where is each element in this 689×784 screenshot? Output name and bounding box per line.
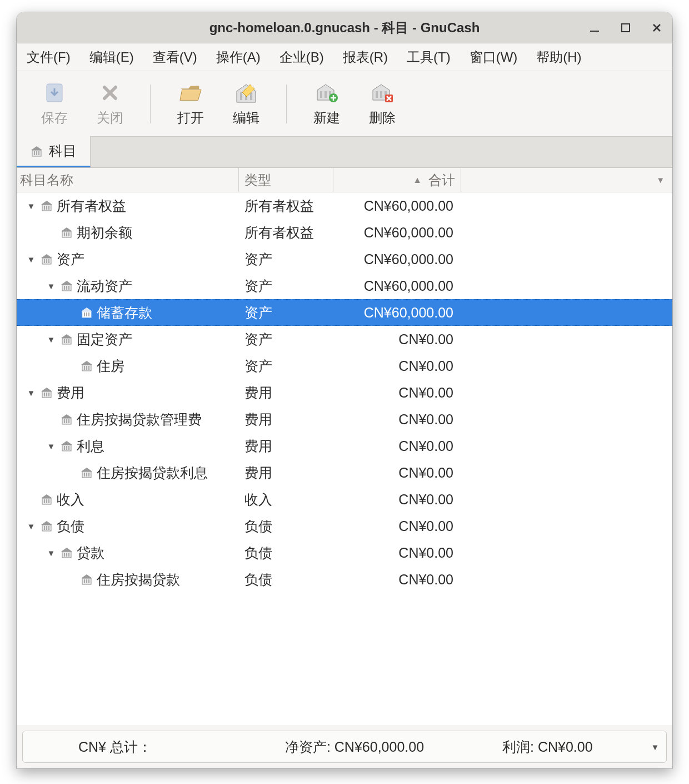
toolbar-separator	[150, 85, 151, 123]
svg-rect-6	[320, 91, 322, 98]
account-name: 住房按揭贷款	[97, 570, 180, 589]
minimize-button[interactable]	[587, 20, 602, 36]
account-name: 负债	[57, 517, 84, 535]
svg-rect-21	[48, 206, 49, 210]
menu-view[interactable]: 查看(V)	[147, 45, 203, 70]
svg-rect-69	[48, 526, 49, 530]
accounts-tree[interactable]: ▼所有者权益所有者权益CN¥60,000.00期初余额所有者权益CN¥60,00…	[17, 192, 672, 725]
svg-rect-35	[84, 312, 85, 316]
menu-edit[interactable]: 编辑(E)	[84, 45, 139, 70]
column-header-options[interactable]: ▼	[461, 168, 672, 192]
titlebar: gnc-homeloan.0.gnucash - 科目 - GnuCash	[17, 12, 672, 43]
delete-label: 删除	[369, 109, 396, 127]
menu-business[interactable]: 企业(B)	[274, 45, 329, 70]
menu-file[interactable]: 文件(F)	[21, 45, 76, 70]
account-name: 固定资产	[77, 330, 132, 349]
tree-expander-icon[interactable]: ▼	[26, 388, 37, 398]
menu-tools[interactable]: 工具(T)	[401, 45, 456, 70]
menu-window[interactable]: 窗口(W)	[464, 45, 523, 70]
account-total: CN¥60,000.00	[333, 225, 461, 241]
account-row[interactable]: ▼固定资产资产CN¥0.00	[17, 326, 672, 353]
svg-rect-37	[88, 312, 89, 316]
account-type: 资产	[239, 304, 333, 322]
svg-rect-3	[240, 92, 242, 100]
svg-rect-67	[44, 526, 45, 530]
close-label: 关闭	[97, 109, 123, 127]
account-total: CN¥0.00	[333, 545, 461, 561]
svg-rect-1	[622, 24, 630, 32]
open-label: 打开	[177, 109, 204, 127]
statusbar[interactable]: CN¥ 总计： 净资产: CN¥60,000.00 利润: CN¥0.00 ▼	[22, 731, 667, 763]
svg-rect-47	[44, 393, 45, 396]
tree-expander-icon[interactable]: ▼	[26, 201, 37, 211]
edit-button[interactable]: 编辑	[218, 81, 274, 127]
menu-actions[interactable]: 操作(A)	[211, 45, 266, 70]
tree-expander-icon[interactable]: ▼	[46, 281, 57, 291]
svg-rect-55	[64, 446, 65, 450]
table-header: 科目名称 类型 ▲ 合计 ▼	[17, 168, 672, 192]
account-row[interactable]: ▼利息费用CN¥0.00	[17, 433, 672, 459]
new-button[interactable]: 新建	[299, 81, 355, 127]
account-icon	[60, 333, 73, 346]
svg-rect-27	[44, 259, 45, 263]
maximize-button[interactable]	[618, 20, 633, 36]
account-name: 资产	[57, 250, 84, 269]
chevron-down-icon: ▼	[656, 175, 665, 185]
account-total: CN¥0.00	[333, 492, 461, 508]
account-row[interactable]: ▼流动资产资产CN¥60,000.00	[17, 272, 672, 299]
svg-rect-7	[324, 91, 327, 98]
svg-rect-56	[66, 446, 67, 450]
account-row[interactable]: 期初余额所有者权益CN¥60,000.00	[17, 219, 672, 246]
tree-expander-icon[interactable]: ▼	[46, 335, 57, 344]
column-header-type[interactable]: 类型	[239, 168, 333, 192]
account-total: CN¥0.00	[333, 518, 461, 534]
account-name: 利息	[77, 437, 104, 455]
svg-rect-68	[46, 526, 47, 530]
svg-rect-75	[84, 579, 85, 583]
account-type: 负债	[239, 544, 333, 562]
folder-open-icon	[179, 81, 202, 105]
tree-expander-icon[interactable]: ▼	[46, 548, 57, 558]
svg-rect-64	[46, 499, 47, 503]
column-header-total[interactable]: ▲ 合计	[333, 168, 461, 192]
account-type: 负债	[239, 570, 333, 589]
close-button[interactable]	[649, 20, 665, 36]
tree-expander-icon[interactable]: ▼	[46, 441, 57, 451]
account-icon	[40, 493, 53, 506]
account-total: CN¥60,000.00	[333, 251, 461, 267]
account-icon	[60, 413, 73, 426]
account-icon	[40, 519, 53, 533]
account-row[interactable]: ▼贷款负债CN¥0.00	[17, 539, 672, 566]
account-row[interactable]: 住房按揭贷款管理费费用CN¥0.00	[17, 406, 672, 433]
open-button[interactable]: 打开	[163, 81, 218, 127]
edit-label: 编辑	[233, 109, 259, 127]
window-controls	[587, 20, 665, 36]
tab-accounts[interactable]: 科目	[17, 136, 91, 167]
account-total: CN¥0.00	[333, 358, 461, 374]
account-row[interactable]: 住房资产CN¥0.00	[17, 353, 672, 379]
menu-reports[interactable]: 报表(R)	[337, 45, 393, 70]
menu-help[interactable]: 帮助(H)	[531, 45, 587, 70]
svg-rect-53	[68, 419, 69, 423]
tree-expander-icon[interactable]: ▼	[26, 255, 37, 264]
tree-expander-icon[interactable]: ▼	[26, 522, 37, 531]
account-row[interactable]: 住房按揭贷款利息费用CN¥0.00	[17, 459, 672, 486]
account-row[interactable]: 储蓄存款资产CN¥60,000.00	[17, 299, 672, 326]
account-total: CN¥0.00	[333, 385, 461, 401]
account-row[interactable]: ▼费用费用CN¥0.00	[17, 379, 672, 406]
app-window: gnc-homeloan.0.gnucash - 科目 - GnuCash 文件…	[17, 12, 672, 768]
account-type: 负债	[239, 517, 333, 535]
delete-button[interactable]: 删除	[355, 81, 410, 127]
svg-rect-23	[64, 232, 65, 236]
column-header-name[interactable]: 科目名称	[17, 168, 239, 192]
account-row[interactable]: 收入收入CN¥0.00	[17, 486, 672, 513]
account-icon	[60, 226, 73, 239]
close-tab-button: 关闭	[82, 81, 138, 127]
account-row[interactable]: ▼资产资产CN¥60,000.00	[17, 246, 672, 272]
account-row[interactable]: ▼所有者权益所有者权益CN¥60,000.00	[17, 192, 672, 219]
svg-rect-63	[44, 499, 45, 503]
account-name: 流动资产	[77, 277, 132, 295]
statusbar-dropdown-icon[interactable]: ▼	[644, 742, 666, 752]
account-row[interactable]: ▼负债负债CN¥0.00	[17, 513, 672, 539]
account-row[interactable]: 住房按揭贷款负债CN¥0.00	[17, 566, 672, 593]
